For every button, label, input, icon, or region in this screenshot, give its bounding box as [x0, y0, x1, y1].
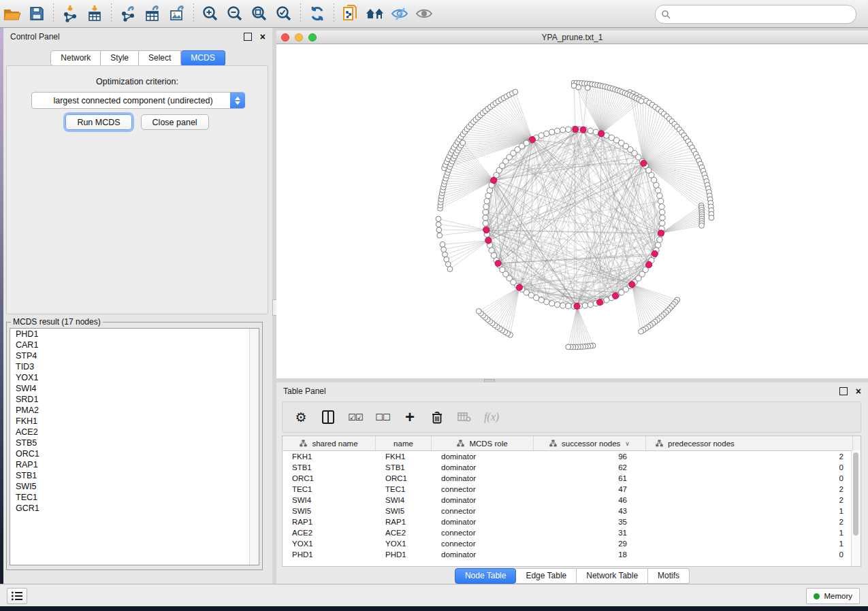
- ring-node[interactable]: [588, 302, 593, 308]
- close-table-panel-icon[interactable]: ×: [856, 388, 861, 395]
- mcds-hub-node[interactable]: [573, 126, 579, 132]
- satellite-node[interactable]: [566, 344, 571, 350]
- ring-node[interactable]: [655, 188, 660, 193]
- ring-node[interactable]: [539, 133, 544, 138]
- table-row[interactable]: ACE2ACE2connector311: [283, 527, 861, 538]
- mcds-result-item[interactable]: YOX1: [10, 372, 259, 383]
- zoom-selected-button[interactable]: [272, 3, 296, 24]
- satellite-node[interactable]: [441, 247, 447, 252]
- table-row[interactable]: SWI5SWI5connector431: [283, 506, 861, 516]
- window-minimize-traffic-light[interactable]: [295, 33, 303, 42]
- ring-node[interactable]: [487, 188, 492, 193]
- mcds-result-item[interactable]: SRD1: [10, 394, 259, 405]
- network-canvas[interactable]: [276, 44, 868, 378]
- mcds-result-item[interactable]: SWI5: [10, 481, 259, 492]
- column-header-MCDS-role[interactable]: MCDS role: [432, 436, 534, 450]
- tab-style[interactable]: Style: [101, 50, 139, 66]
- satellite-node[interactable]: [460, 140, 466, 146]
- mcds-result-item[interactable]: STB5: [10, 437, 259, 448]
- mcds-result-item[interactable]: TID3: [10, 361, 259, 372]
- satellite-node[interactable]: [436, 227, 442, 233]
- table-row[interactable]: SWI4SWI4dominator462: [283, 495, 861, 506]
- ring-node[interactable]: [588, 128, 593, 133]
- tab-network-table[interactable]: Network Table: [577, 568, 648, 584]
- table-row[interactable]: RAP1RAP1dominator352: [283, 516, 861, 527]
- mcds-hub-node[interactable]: [629, 282, 635, 288]
- satellite-node[interactable]: [639, 99, 644, 104]
- window-close-traffic-light[interactable]: [281, 33, 289, 42]
- ring-node[interactable]: [593, 129, 598, 135]
- float-table-panel-icon[interactable]: [839, 387, 848, 395]
- ring-node[interactable]: [483, 204, 489, 210]
- ring-node[interactable]: [544, 299, 549, 304]
- delete-table-button[interactable]: [455, 408, 473, 426]
- mcds-hub-node[interactable]: [596, 299, 602, 306]
- column-header-shared-name[interactable]: shared name: [283, 436, 376, 450]
- ring-node[interactable]: [484, 198, 489, 203]
- tab-network[interactable]: Network: [50, 50, 101, 66]
- close-panel-button[interactable]: Close panel: [141, 114, 209, 130]
- tab-motifs[interactable]: Motifs: [648, 568, 690, 584]
- satellite-node[interactable]: [436, 216, 441, 222]
- mcds-hub-node[interactable]: [574, 303, 580, 309]
- column-settings-button[interactable]: ⚙: [292, 408, 310, 426]
- mcds-hub-node[interactable]: [580, 127, 586, 133]
- mcds-result-item[interactable]: STP4: [10, 350, 259, 361]
- mcds-hub-node[interactable]: [658, 230, 664, 236]
- table-row[interactable]: YOX1YOX1connector291: [283, 538, 861, 549]
- unselect-all-button[interactable]: ☐☐: [374, 408, 391, 426]
- ring-node[interactable]: [485, 193, 491, 199]
- ring-node[interactable]: [489, 248, 494, 253]
- satellite-node[interactable]: [437, 233, 443, 238]
- ring-node[interactable]: [582, 303, 588, 308]
- ring-node[interactable]: [660, 210, 665, 215]
- show-column-button[interactable]: [319, 408, 337, 426]
- table-row[interactable]: TEC1TEC1connector472: [283, 484, 861, 495]
- column-header-predecessor-nodes[interactable]: predecessor nodes: [646, 436, 853, 450]
- mcds-hub-node[interactable]: [612, 293, 618, 299]
- mcds-hub-node[interactable]: [495, 260, 501, 266]
- search-input[interactable]: [675, 9, 850, 20]
- ring-node[interactable]: [554, 302, 560, 308]
- tab-node-table[interactable]: Node Table: [455, 568, 517, 584]
- satellite-node[interactable]: [476, 309, 481, 314]
- mcds-hub-node[interactable]: [641, 160, 647, 166]
- ring-node[interactable]: [658, 198, 664, 203]
- select-all-button[interactable]: ☑☑: [347, 408, 364, 426]
- ring-node[interactable]: [655, 242, 660, 248]
- run-mcds-button[interactable]: Run MCDS: [65, 114, 131, 130]
- mcds-hub-node[interactable]: [646, 261, 652, 267]
- function-builder-button[interactable]: f(x): [483, 408, 500, 426]
- mcds-hub-node[interactable]: [485, 237, 492, 244]
- network-from-selection-button[interactable]: [338, 3, 363, 24]
- tab-edge-table[interactable]: Edge Table: [516, 568, 577, 584]
- task-history-button[interactable]: [7, 588, 27, 604]
- delete-row-button[interactable]: [428, 408, 446, 426]
- satellite-node[interactable]: [585, 85, 590, 90]
- tab-mcds[interactable]: MCDS: [181, 50, 225, 66]
- ring-node[interactable]: [660, 220, 665, 226]
- ring-node[interactable]: [544, 131, 549, 136]
- mcds-result-item[interactable]: CAR1: [10, 340, 259, 350]
- table-row[interactable]: FKH1FKH1dominator962: [283, 451, 861, 462]
- ring-node[interactable]: [483, 215, 488, 220]
- mcds-result-item[interactable]: RAP1: [10, 459, 259, 470]
- ring-node[interactable]: [657, 193, 662, 199]
- mcds-result-item[interactable]: TEC1: [10, 492, 259, 503]
- mcds-result-item[interactable]: ORC1: [10, 448, 259, 459]
- ring-node[interactable]: [554, 128, 560, 133]
- criterion-select[interactable]: largest connected component (undirected): [31, 92, 245, 109]
- tab-select[interactable]: Select: [139, 50, 181, 66]
- mcds-hub-node[interactable]: [529, 137, 535, 143]
- ring-node[interactable]: [560, 303, 566, 308]
- mcds-hub-node[interactable]: [516, 284, 522, 291]
- mcds-hub-node[interactable]: [598, 131, 605, 137]
- save-session-button[interactable]: [25, 3, 49, 24]
- zoom-in-button[interactable]: [198, 3, 223, 24]
- satellite-node[interactable]: [709, 215, 714, 220]
- open-session-button[interactable]: [0, 3, 25, 24]
- satellite-node[interactable]: [639, 329, 644, 334]
- mcds-result-item[interactable]: FKH1: [10, 416, 259, 427]
- import-network-button[interactable]: [58, 3, 82, 24]
- mcds-result-item[interactable]: GCR1: [10, 503, 259, 514]
